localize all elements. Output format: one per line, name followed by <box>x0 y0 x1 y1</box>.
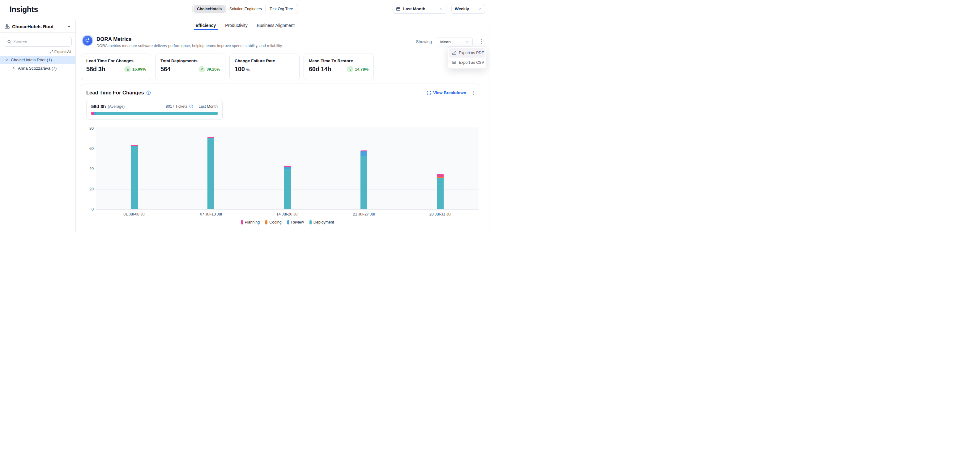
summary-period: Last Month <box>199 104 218 109</box>
trend-up-icon: ↗ <box>199 66 205 72</box>
tree-item-anna-scozzafava[interactable]: Anna Scozzafava (7) <box>0 64 75 72</box>
y-tick-label: 60 <box>81 147 94 151</box>
sidebar-header: ChoiceHotels Root <box>0 21 75 32</box>
tree-item-label: Anna Scozzafava (7) <box>18 66 57 70</box>
summary-tickets: 8017 Tickets <box>166 104 187 109</box>
sidebar-title: ChoiceHotels Root <box>12 24 54 29</box>
sidebar-search <box>4 37 72 47</box>
menu-item-export-csv[interactable]: Export as CSV <box>449 58 485 67</box>
bar-segment-deployment <box>207 138 214 209</box>
lead-time-summary-card: 58d 3h (Average) 8017 Tickets Last Month <box>86 100 223 120</box>
view-breakdown-button[interactable]: View Breakdown <box>427 90 466 95</box>
org-tree: ChoiceHotels Root (1) Anna Scozzafava (7… <box>0 56 75 72</box>
divider <box>196 104 196 109</box>
table-icon <box>452 60 456 65</box>
stacked-bar-chart: 020406080 01 Jul-06 Jul07 Jul-13 Jul14 J… <box>81 124 480 226</box>
tab-efficiency[interactable]: Efficiency <box>196 21 216 30</box>
gridline <box>96 149 479 149</box>
tab-productivity[interactable]: Productivity <box>225 21 247 30</box>
menu-item-export-pdf[interactable]: Export as PDF <box>449 48 485 58</box>
expand-arrows-icon <box>50 50 53 54</box>
legend-item-coding[interactable]: Coding <box>265 220 282 224</box>
metric-value: 564 <box>161 66 170 73</box>
legend-marker <box>309 220 312 224</box>
trend-down-icon: ↘ <box>347 66 353 72</box>
org-tab-test-org-tree[interactable]: Test Org Tree <box>266 5 297 13</box>
x-tick-label: 07 Jul-13 Jul <box>183 212 239 216</box>
insight-tabs: Efficiency Productivity Business Alignme… <box>196 21 294 30</box>
bar-07 Jul-13 Jul[interactable] <box>207 137 214 209</box>
summary-value: 58d 3h <box>91 104 106 109</box>
x-tick-label: 14 Jul-20 Jul <box>260 212 315 216</box>
legend-item-planning[interactable]: Planning <box>241 220 260 224</box>
chevron-right-icon[interactable] <box>12 67 16 70</box>
org-tab-solution-engineers[interactable]: Solution Engineers <box>226 5 266 13</box>
metric-value: 100 <box>235 66 245 73</box>
y-tick-label: 0 <box>81 207 94 211</box>
dora-kebab-menu-button[interactable] <box>479 39 484 44</box>
org-tab-choicehotels[interactable]: ChoiceHotels <box>193 5 225 13</box>
dora-section-description: DORA metrics measure software delivery p… <box>97 44 283 48</box>
legend-item-review[interactable]: Review <box>287 220 304 224</box>
legend-marker <box>241 220 243 224</box>
chart-kebab-menu-button[interactable] <box>471 90 476 95</box>
chevron-down-icon[interactable] <box>5 58 8 62</box>
expand-all-button[interactable]: Expand All <box>4 50 71 54</box>
granularity-select[interactable]: Weekly <box>451 4 485 14</box>
bar-01 Jul-06 Jul[interactable] <box>131 145 138 209</box>
legend-label: Review <box>291 220 304 224</box>
expand-corners-icon <box>427 91 431 95</box>
bar-28 Jul-31 Jul[interactable] <box>437 174 444 209</box>
bar-segment-review <box>361 152 367 156</box>
legend-label: Planning <box>245 220 260 224</box>
chart-legend: PlanningCodingReviewDeployment <box>96 220 479 224</box>
info-icon[interactable] <box>189 104 193 109</box>
y-tick-label: 80 <box>81 126 94 131</box>
legend-label: Coding <box>269 220 282 224</box>
showing-mean-select[interactable]: Mean <box>437 37 473 46</box>
legend-marker <box>265 220 267 224</box>
showing-label: Showing <box>416 39 432 44</box>
export-menu: Export as PDF Export as CSV <box>448 46 486 69</box>
tree-item-label: ChoiceHotels Root (1) <box>11 58 52 62</box>
dora-metrics-icon <box>82 35 93 46</box>
trend-percent: 16.99% <box>132 67 146 72</box>
trend-percent: 14.78% <box>355 67 369 72</box>
tab-business-alignment[interactable]: Business Alignment <box>257 21 294 30</box>
top-header: Insights ChoiceHotels Solution Engineers… <box>0 0 490 20</box>
showing-select-value: Mean <box>440 40 451 44</box>
dora-section-title: DORA Metrics <box>97 36 132 42</box>
legend-item-deployment[interactable]: Deployment <box>309 220 334 224</box>
org-hierarchy-icon <box>5 24 10 29</box>
collapse-sidebar-icon[interactable] <box>67 24 71 29</box>
metric-card-mean-time-to-restore: Mean Time To Restore 60d 14h ↘ 14.78% <box>304 54 374 80</box>
tree-item-choicehotels-root[interactable]: ChoiceHotels Root (1) <box>0 56 75 64</box>
chevron-down-icon <box>478 7 482 11</box>
gridline <box>96 129 479 129</box>
bar-segment-planning <box>437 174 444 177</box>
period-select-value: Last Month <box>403 6 425 11</box>
info-icon[interactable] <box>146 90 151 95</box>
x-tick-label: 01 Jul-06 Jul <box>107 212 162 216</box>
search-input[interactable] <box>14 40 68 44</box>
x-tick-label: 21 Jul-27 Jul <box>336 212 392 216</box>
page-title: Insights <box>10 5 38 14</box>
bar-segment-deployment <box>361 156 367 209</box>
trend-badge: ↗ 39.26% <box>199 66 220 72</box>
bar-14 Jul-20 Jul[interactable] <box>284 166 291 209</box>
progress-segment-planning <box>91 112 94 115</box>
y-tick-label: 20 <box>81 187 94 191</box>
bar-segment-deployment <box>437 178 444 209</box>
chart-title: Lead Time For Changes <box>86 90 144 96</box>
metric-card-lead-time: Lead Time For Changes 58d 3h ↘ 16.99% <box>81 54 151 80</box>
period-select[interactable]: Last Month <box>393 4 446 14</box>
metric-title: Lead Time For Changes <box>86 59 146 63</box>
bar-21 Jul-27 Jul[interactable] <box>361 150 367 209</box>
x-tick-label: 28 Jul-31 Jul <box>412 212 468 216</box>
y-tick-label: 40 <box>81 166 94 171</box>
chevron-down-icon <box>439 7 443 11</box>
progress-segment-deployment <box>97 112 218 115</box>
trend-down-icon: ↘ <box>124 66 131 72</box>
legend-marker <box>287 220 290 224</box>
plot-area <box>96 127 479 209</box>
